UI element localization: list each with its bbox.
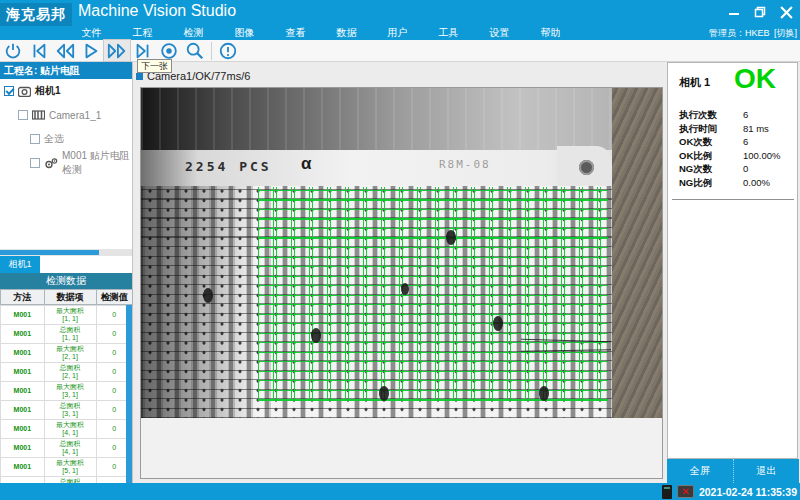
defect-blob: [401, 283, 409, 295]
title-bar: 海克易邦 Machine Vision Studio: [0, 0, 800, 26]
background-texture: [612, 88, 662, 418]
tree-item-module[interactable]: M001 贴片电阻检测: [0, 151, 132, 175]
first-image-icon: [29, 41, 49, 61]
panel-divider: [672, 199, 794, 200]
table-row[interactable]: M001 最大面积[1, 1] 0: [1, 306, 133, 325]
camera-icon: [18, 86, 31, 97]
defect-blob: [311, 328, 321, 343]
tree-item-label: 全选: [44, 132, 64, 146]
project-panel: 工程名: 贴片电阻 相机1 Camera1_1: [0, 62, 133, 483]
camera-group-checkbox[interactable]: [4, 86, 14, 96]
table-vertical-scrollbar[interactable]: [126, 305, 132, 486]
menu-item[interactable]: 用户: [372, 26, 423, 40]
col-value: 检测值: [96, 290, 132, 305]
restore-icon: [754, 6, 766, 18]
manufacturer-logo: α: [301, 154, 311, 174]
status-bar: ✕ 2021-02-24 11:35:39: [0, 483, 800, 500]
tray-count-text: 2254 PCS: [185, 159, 272, 174]
menu-item[interactable]: 文件: [66, 26, 117, 40]
exit-button[interactable]: 退出: [734, 459, 800, 483]
tree-item-select-all[interactable]: 全选: [0, 127, 132, 151]
table-row[interactable]: M001 总面积[3, 1] 0: [1, 401, 133, 420]
power-icon: [3, 41, 23, 61]
menu-item[interactable]: 图像: [219, 26, 270, 40]
magnifier-icon: [185, 41, 205, 61]
menu-item[interactable]: 工程: [117, 26, 168, 40]
prev-image-icon: [55, 41, 75, 61]
project-tree: 相机1 Camera1_1 全选: [0, 79, 132, 247]
detection-overlay: [258, 187, 608, 401]
menu-item[interactable]: 工具: [423, 26, 474, 40]
gears-icon: [44, 158, 58, 169]
result-camera-label: 相机 1: [679, 75, 710, 90]
table-row[interactable]: M001 最大面积[4, 1] 0: [1, 420, 133, 439]
tray-label-strip: 2254 PCS α R8M-08: [141, 150, 612, 186]
alarm-button[interactable]: [215, 40, 241, 61]
current-user-label: 管理员：HKEB: [709, 28, 770, 38]
prev-image-button[interactable]: [52, 40, 78, 61]
result-status: OK: [734, 63, 776, 95]
table-row[interactable]: M001 总面积[2, 1] 0: [1, 363, 133, 382]
tray-top-band: [141, 88, 612, 150]
tree-horizontal-scrollbar[interactable]: [0, 249, 132, 256]
toolbar-separator: [211, 42, 212, 60]
brand-logo: 海克易邦: [0, 3, 72, 26]
fullscreen-button[interactable]: 全屏: [667, 459, 734, 483]
play-icon: [81, 41, 101, 61]
table-row[interactable]: M001 最大面积[2, 1] 0: [1, 344, 133, 363]
menu-item[interactable]: 数据: [321, 26, 372, 40]
run-button[interactable]: [78, 40, 104, 61]
tray-batch-code: R8M-08: [439, 158, 491, 171]
tray-corner: [557, 146, 612, 190]
restore-button[interactable]: [752, 4, 768, 20]
alarm-icon: [218, 41, 238, 61]
stat-row: 执行次数 6: [679, 109, 791, 123]
camera1-tab[interactable]: 相机1: [0, 256, 40, 273]
table-row[interactable]: M001 总面积[1, 1] 0: [1, 325, 133, 344]
next-image-button[interactable]: [104, 40, 130, 61]
next-image-tooltip: 下一张: [137, 59, 172, 73]
select-all-checkbox[interactable]: [30, 134, 40, 144]
stat-row: OK次数 6: [679, 136, 791, 150]
menu-item[interactable]: 设置: [474, 26, 525, 40]
defect-blob: [539, 386, 549, 401]
table-row[interactable]: M001 总面积[4, 1] 0: [1, 439, 133, 458]
first-image-button[interactable]: [26, 40, 52, 61]
last-image-button[interactable]: [130, 40, 156, 61]
app-title: Machine Vision Studio: [78, 2, 236, 20]
minimize-button[interactable]: [726, 4, 742, 20]
camera-device-checkbox[interactable]: [18, 110, 28, 120]
project-name-header: 工程名: 贴片电阻: [0, 62, 132, 79]
detection-data-header: 检测数据: [0, 273, 132, 289]
defect-blob: [493, 316, 503, 331]
table-row[interactable]: M001 最大面积[5, 1] 0: [1, 458, 133, 477]
camera-image[interactable]: 2254 PCS α R8M-08: [141, 88, 662, 418]
image-viewer-panel: Camera1/OK/77ms/6 2254 PCS α R8M-08: [134, 62, 666, 483]
record-button[interactable]: [156, 40, 182, 61]
tree-item-camera-device[interactable]: Camera1_1: [0, 103, 132, 127]
defect-blob: [203, 288, 213, 303]
camera-status-square: [136, 73, 143, 80]
defect-blob: [379, 386, 389, 401]
tree-item-label: 相机1: [35, 84, 61, 98]
tray-hole: [579, 160, 594, 175]
table-row[interactable]: M001 最大面积[3, 1] 0: [1, 382, 133, 401]
zoom-button[interactable]: [182, 40, 208, 61]
close-button[interactable]: [778, 4, 794, 20]
close-icon: [780, 6, 793, 19]
menu-bar: 文件工程检测图像查看数据用户工具设置帮助 管理员：HKEB [切换]: [0, 26, 800, 40]
col-method: 方法: [1, 290, 45, 305]
menu-item[interactable]: 查看: [270, 26, 321, 40]
action-bar: 全屏 退出: [667, 459, 799, 483]
power-button[interactable]: [0, 40, 26, 61]
menu-item[interactable]: 帮助: [525, 26, 576, 40]
next-image-icon: [107, 41, 127, 61]
detection-table-header: 方法 数据项 检测值: [0, 289, 133, 305]
status-timestamp: 2021-02-24 11:35:39: [699, 486, 797, 498]
menu-item[interactable]: 检测: [168, 26, 219, 40]
scrollbar-thumb[interactable]: [0, 250, 99, 255]
switch-user-link[interactable]: [切换]: [774, 28, 797, 38]
tree-item-camera-group[interactable]: 相机1: [0, 79, 132, 103]
last-image-icon: [133, 41, 153, 61]
module-checkbox[interactable]: [30, 158, 40, 168]
